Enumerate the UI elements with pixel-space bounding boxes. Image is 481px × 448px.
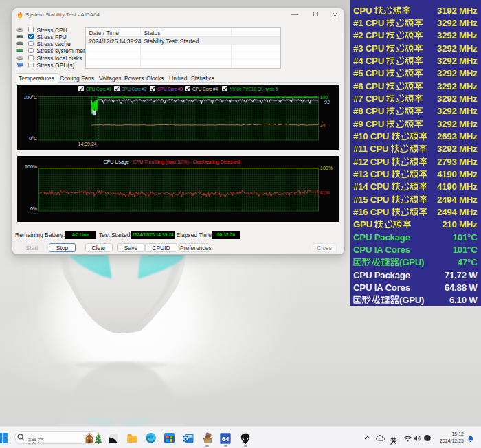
- svg-text:64: 64: [222, 435, 230, 443]
- svg-text:123: 123: [18, 35, 21, 38]
